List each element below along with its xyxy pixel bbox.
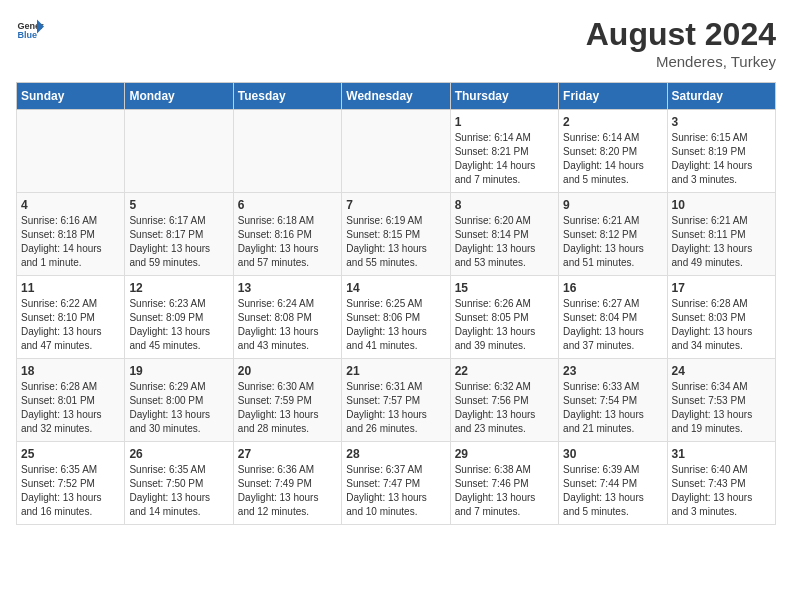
- day-number: 26: [129, 447, 228, 461]
- day-number: 8: [455, 198, 554, 212]
- day-info: Sunrise: 6:14 AM Sunset: 8:20 PM Dayligh…: [563, 131, 662, 187]
- day-info: Sunrise: 6:21 AM Sunset: 8:11 PM Dayligh…: [672, 214, 771, 270]
- day-info: Sunrise: 6:29 AM Sunset: 8:00 PM Dayligh…: [129, 380, 228, 436]
- day-number: 1: [455, 115, 554, 129]
- calendar-cell: 27Sunrise: 6:36 AM Sunset: 7:49 PM Dayli…: [233, 442, 341, 525]
- day-info: Sunrise: 6:33 AM Sunset: 7:54 PM Dayligh…: [563, 380, 662, 436]
- calendar-cell: 21Sunrise: 6:31 AM Sunset: 7:57 PM Dayli…: [342, 359, 450, 442]
- day-number: 7: [346, 198, 445, 212]
- day-number: 30: [563, 447, 662, 461]
- day-info: Sunrise: 6:35 AM Sunset: 7:52 PM Dayligh…: [21, 463, 120, 519]
- col-header-monday: Monday: [125, 83, 233, 110]
- day-info: Sunrise: 6:37 AM Sunset: 7:47 PM Dayligh…: [346, 463, 445, 519]
- day-number: 27: [238, 447, 337, 461]
- day-number: 16: [563, 281, 662, 295]
- day-info: Sunrise: 6:26 AM Sunset: 8:05 PM Dayligh…: [455, 297, 554, 353]
- day-info: Sunrise: 6:20 AM Sunset: 8:14 PM Dayligh…: [455, 214, 554, 270]
- day-number: 14: [346, 281, 445, 295]
- calendar-cell: 11Sunrise: 6:22 AM Sunset: 8:10 PM Dayli…: [17, 276, 125, 359]
- calendar-cell: [125, 110, 233, 193]
- day-info: Sunrise: 6:22 AM Sunset: 8:10 PM Dayligh…: [21, 297, 120, 353]
- calendar-cell: 7Sunrise: 6:19 AM Sunset: 8:15 PM Daylig…: [342, 193, 450, 276]
- day-number: 13: [238, 281, 337, 295]
- day-info: Sunrise: 6:38 AM Sunset: 7:46 PM Dayligh…: [455, 463, 554, 519]
- calendar-cell: 26Sunrise: 6:35 AM Sunset: 7:50 PM Dayli…: [125, 442, 233, 525]
- day-number: 9: [563, 198, 662, 212]
- calendar-cell: 12Sunrise: 6:23 AM Sunset: 8:09 PM Dayli…: [125, 276, 233, 359]
- col-header-friday: Friday: [559, 83, 667, 110]
- calendar-table: SundayMondayTuesdayWednesdayThursdayFrid…: [16, 82, 776, 525]
- calendar-cell: 4Sunrise: 6:16 AM Sunset: 8:18 PM Daylig…: [17, 193, 125, 276]
- day-info: Sunrise: 6:31 AM Sunset: 7:57 PM Dayligh…: [346, 380, 445, 436]
- calendar-cell: 30Sunrise: 6:39 AM Sunset: 7:44 PM Dayli…: [559, 442, 667, 525]
- calendar-cell: 1Sunrise: 6:14 AM Sunset: 8:21 PM Daylig…: [450, 110, 558, 193]
- day-info: Sunrise: 6:21 AM Sunset: 8:12 PM Dayligh…: [563, 214, 662, 270]
- day-number: 21: [346, 364, 445, 378]
- day-number: 10: [672, 198, 771, 212]
- day-number: 11: [21, 281, 120, 295]
- day-number: 22: [455, 364, 554, 378]
- day-info: Sunrise: 6:30 AM Sunset: 7:59 PM Dayligh…: [238, 380, 337, 436]
- logo: General Blue: [16, 16, 44, 44]
- calendar-cell: 5Sunrise: 6:17 AM Sunset: 8:17 PM Daylig…: [125, 193, 233, 276]
- day-info: Sunrise: 6:28 AM Sunset: 8:03 PM Dayligh…: [672, 297, 771, 353]
- col-header-sunday: Sunday: [17, 83, 125, 110]
- month-year: August 2024: [586, 16, 776, 53]
- day-info: Sunrise: 6:24 AM Sunset: 8:08 PM Dayligh…: [238, 297, 337, 353]
- day-number: 17: [672, 281, 771, 295]
- col-header-saturday: Saturday: [667, 83, 775, 110]
- col-header-thursday: Thursday: [450, 83, 558, 110]
- calendar-cell: 18Sunrise: 6:28 AM Sunset: 8:01 PM Dayli…: [17, 359, 125, 442]
- day-number: 19: [129, 364, 228, 378]
- calendar-cell: 17Sunrise: 6:28 AM Sunset: 8:03 PM Dayli…: [667, 276, 775, 359]
- day-info: Sunrise: 6:18 AM Sunset: 8:16 PM Dayligh…: [238, 214, 337, 270]
- calendar-cell: 2Sunrise: 6:14 AM Sunset: 8:20 PM Daylig…: [559, 110, 667, 193]
- calendar-cell: 20Sunrise: 6:30 AM Sunset: 7:59 PM Dayli…: [233, 359, 341, 442]
- day-number: 20: [238, 364, 337, 378]
- day-info: Sunrise: 6:34 AM Sunset: 7:53 PM Dayligh…: [672, 380, 771, 436]
- calendar-cell: 24Sunrise: 6:34 AM Sunset: 7:53 PM Dayli…: [667, 359, 775, 442]
- day-number: 25: [21, 447, 120, 461]
- day-number: 6: [238, 198, 337, 212]
- day-number: 4: [21, 198, 120, 212]
- calendar-week-row: 11Sunrise: 6:22 AM Sunset: 8:10 PM Dayli…: [17, 276, 776, 359]
- day-info: Sunrise: 6:15 AM Sunset: 8:19 PM Dayligh…: [672, 131, 771, 187]
- day-info: Sunrise: 6:16 AM Sunset: 8:18 PM Dayligh…: [21, 214, 120, 270]
- calendar-cell: [233, 110, 341, 193]
- calendar-cell: 15Sunrise: 6:26 AM Sunset: 8:05 PM Dayli…: [450, 276, 558, 359]
- day-info: Sunrise: 6:32 AM Sunset: 7:56 PM Dayligh…: [455, 380, 554, 436]
- day-number: 3: [672, 115, 771, 129]
- calendar-cell: 9Sunrise: 6:21 AM Sunset: 8:12 PM Daylig…: [559, 193, 667, 276]
- page-header: General Blue August 2024 Menderes, Turke…: [16, 16, 776, 70]
- day-info: Sunrise: 6:23 AM Sunset: 8:09 PM Dayligh…: [129, 297, 228, 353]
- day-info: Sunrise: 6:36 AM Sunset: 7:49 PM Dayligh…: [238, 463, 337, 519]
- calendar-cell: 25Sunrise: 6:35 AM Sunset: 7:52 PM Dayli…: [17, 442, 125, 525]
- col-header-tuesday: Tuesday: [233, 83, 341, 110]
- day-info: Sunrise: 6:35 AM Sunset: 7:50 PM Dayligh…: [129, 463, 228, 519]
- calendar-week-row: 25Sunrise: 6:35 AM Sunset: 7:52 PM Dayli…: [17, 442, 776, 525]
- calendar-cell: 28Sunrise: 6:37 AM Sunset: 7:47 PM Dayli…: [342, 442, 450, 525]
- day-number: 23: [563, 364, 662, 378]
- calendar-cell: 29Sunrise: 6:38 AM Sunset: 7:46 PM Dayli…: [450, 442, 558, 525]
- calendar-cell: 3Sunrise: 6:15 AM Sunset: 8:19 PM Daylig…: [667, 110, 775, 193]
- calendar-cell: 6Sunrise: 6:18 AM Sunset: 8:16 PM Daylig…: [233, 193, 341, 276]
- calendar-cell: 14Sunrise: 6:25 AM Sunset: 8:06 PM Dayli…: [342, 276, 450, 359]
- day-number: 24: [672, 364, 771, 378]
- day-info: Sunrise: 6:39 AM Sunset: 7:44 PM Dayligh…: [563, 463, 662, 519]
- location: Menderes, Turkey: [586, 53, 776, 70]
- day-info: Sunrise: 6:27 AM Sunset: 8:04 PM Dayligh…: [563, 297, 662, 353]
- day-number: 31: [672, 447, 771, 461]
- calendar-cell: 16Sunrise: 6:27 AM Sunset: 8:04 PM Dayli…: [559, 276, 667, 359]
- title-block: August 2024 Menderes, Turkey: [586, 16, 776, 70]
- day-info: Sunrise: 6:19 AM Sunset: 8:15 PM Dayligh…: [346, 214, 445, 270]
- calendar-week-row: 1Sunrise: 6:14 AM Sunset: 8:21 PM Daylig…: [17, 110, 776, 193]
- calendar-cell: 23Sunrise: 6:33 AM Sunset: 7:54 PM Dayli…: [559, 359, 667, 442]
- col-header-wednesday: Wednesday: [342, 83, 450, 110]
- day-info: Sunrise: 6:28 AM Sunset: 8:01 PM Dayligh…: [21, 380, 120, 436]
- calendar-header-row: SundayMondayTuesdayWednesdayThursdayFrid…: [17, 83, 776, 110]
- calendar-week-row: 18Sunrise: 6:28 AM Sunset: 8:01 PM Dayli…: [17, 359, 776, 442]
- day-number: 29: [455, 447, 554, 461]
- calendar-cell: [342, 110, 450, 193]
- svg-text:Blue: Blue: [17, 30, 37, 40]
- logo-icon: General Blue: [16, 16, 44, 44]
